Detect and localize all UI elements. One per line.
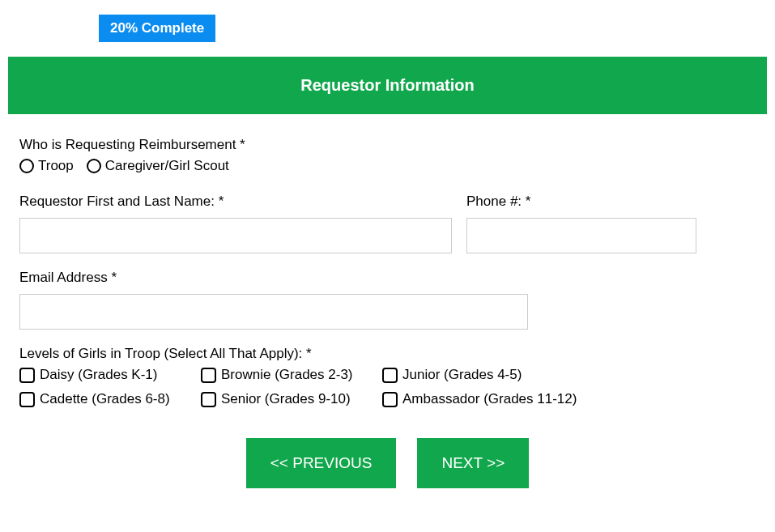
checkbox-icon: [19, 368, 35, 383]
progress-badge: 20% Complete: [99, 15, 215, 42]
checkbox-cadette[interactable]: Cadette (Grades 6-8): [19, 391, 181, 407]
checkbox-icon: [382, 392, 398, 407]
requester-type-label: Who is Requesting Reimbursement *: [19, 137, 756, 153]
checkbox-label: Ambassador (Grades 11-12): [402, 391, 577, 407]
checkbox-daisy[interactable]: Daisy (Grades K-1): [19, 367, 181, 383]
radio-label: Troop: [38, 158, 74, 174]
checkbox-icon: [201, 368, 216, 383]
checkbox-label: Brownie (Grades 2-3): [221, 367, 353, 383]
section-header: Requestor Information: [8, 57, 767, 114]
email-input[interactable]: [19, 294, 528, 330]
name-input[interactable]: [19, 218, 452, 253]
next-button[interactable]: NEXT >>: [417, 438, 529, 488]
email-label: Email Address *: [19, 270, 528, 286]
checkbox-icon: [201, 392, 216, 407]
radio-label: Caregiver/Girl Scout: [105, 158, 229, 174]
checkbox-junior[interactable]: Junior (Grades 4-5): [382, 367, 522, 383]
checkbox-label: Junior (Grades 4-5): [402, 367, 522, 383]
checkbox-label: Cadette (Grades 6-8): [40, 391, 170, 407]
radio-caregiver[interactable]: Caregiver/Girl Scout: [87, 158, 229, 174]
checkbox-icon: [19, 392, 35, 407]
previous-button[interactable]: << PREVIOUS: [246, 438, 397, 488]
checkbox-label: Daisy (Grades K-1): [40, 367, 157, 383]
radio-troop[interactable]: Troop: [19, 158, 74, 174]
radio-icon: [19, 159, 34, 173]
phone-label: Phone #: *: [466, 194, 696, 210]
checkbox-icon: [382, 368, 398, 383]
levels-label: Levels of Girls in Troop (Select All Tha…: [19, 346, 756, 362]
checkbox-label: Senior (Grades 9-10): [221, 391, 351, 407]
checkbox-brownie[interactable]: Brownie (Grades 2-3): [201, 367, 363, 383]
name-label: Requestor First and Last Name: *: [19, 194, 452, 210]
checkbox-senior[interactable]: Senior (Grades 9-10): [201, 391, 363, 407]
phone-input[interactable]: [466, 218, 696, 253]
radio-icon: [87, 159, 101, 173]
checkbox-ambassador[interactable]: Ambassador (Grades 11-12): [382, 391, 577, 407]
